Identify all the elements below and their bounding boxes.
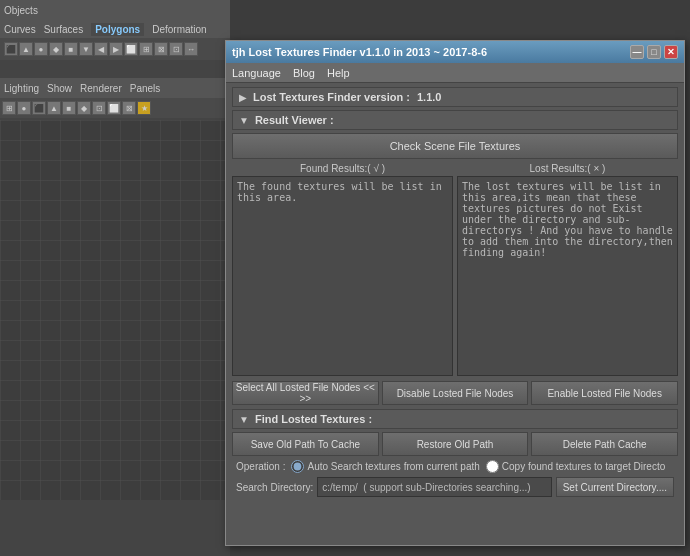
maximize-button[interactable]: □ (647, 45, 661, 59)
plugin-title: tjh Lost Textures Finder v1.1.0 in 2013 … (232, 46, 487, 58)
operation-row: Operation : Auto Search textures from cu… (232, 460, 678, 473)
plugin-window: tjh Lost Textures Finder v1.1.0 in 2013 … (225, 40, 685, 546)
auto-search-radio[interactable] (291, 460, 304, 473)
language-menu[interactable]: Language (232, 67, 281, 79)
blog-menu[interactable]: Blog (293, 67, 315, 79)
copy-found-radio[interactable] (486, 460, 499, 473)
tool-icon-11[interactable]: ⊠ (154, 42, 168, 56)
tool-icon-1[interactable]: ⬛ (4, 42, 18, 56)
lighting-menu[interactable]: Lighting (4, 83, 39, 94)
tool-icon-2[interactable]: ▲ (19, 42, 33, 56)
maya-toolbar: Objects (0, 0, 230, 20)
icon-r1[interactable]: ⊞ (2, 101, 16, 115)
icon-r9[interactable]: ⊠ (122, 101, 136, 115)
tool-icon-13[interactable]: ↔ (184, 42, 198, 56)
lost-results-label: Lost Results:( × ) (457, 163, 678, 174)
version-section-title: Lost Textures Finder version : 1.1.0 (253, 91, 441, 103)
tool-icon-7[interactable]: ◀ (94, 42, 108, 56)
objects-label: Objects (4, 5, 38, 16)
renderer-menu[interactable]: Renderer (80, 83, 122, 94)
plugin-menubar: Language Blog Help (226, 63, 684, 83)
icon-r2[interactable]: ● (17, 101, 31, 115)
disable-nodes-button[interactable]: Disable Losted File Nodes (382, 381, 529, 405)
polygons-menu[interactable]: Polygons (91, 23, 144, 36)
radio1-label: Auto Search textures from current path (307, 461, 479, 472)
plugin-titlebar: tjh Lost Textures Finder v1.1.0 in 2013 … (226, 41, 684, 63)
find-section-content: Save Old Path To Cache Restore Old Path … (232, 432, 678, 497)
result-viewer-content: Check Scene File Textures Found Results:… (232, 133, 678, 405)
maya-icon-bar: ⬛ ▲ ● ◆ ■ ▼ ◀ ▶ ⬜ ⊞ ⊠ ⊡ ↔ (0, 38, 230, 60)
tool-icon-4[interactable]: ◆ (49, 42, 63, 56)
tool-icon-3[interactable]: ● (34, 42, 48, 56)
tool-icon-12[interactable]: ⊡ (169, 42, 183, 56)
version-section-header[interactable]: ▶ Lost Textures Finder version : 1.1.0 (232, 87, 678, 107)
find-section-title: Find Losted Textures : (255, 413, 372, 425)
radio-option-1: Auto Search textures from current path (291, 460, 479, 473)
restore-old-path-button[interactable]: Restore Old Path (382, 432, 529, 456)
action-buttons-row: Select All Losted File Nodes << >> Disab… (232, 381, 678, 405)
tool-icon-5[interactable]: ■ (64, 42, 78, 56)
grid-display (0, 120, 230, 500)
lost-results-textarea[interactable] (457, 176, 678, 376)
find-arrow-icon: ▼ (239, 414, 249, 425)
save-old-path-button[interactable]: Save Old Path To Cache (232, 432, 379, 456)
icon-r6[interactable]: ◆ (77, 101, 91, 115)
icon-r4[interactable]: ▲ (47, 101, 61, 115)
find-buttons-row: Save Old Path To Cache Restore Old Path … (232, 432, 678, 456)
result-viewer-arrow-icon: ▼ (239, 115, 249, 126)
enable-nodes-button[interactable]: Enable Losted File Nodes (531, 381, 678, 405)
maya-viewport (0, 120, 230, 500)
found-results-pane: Found Results:( √ ) (232, 163, 453, 378)
icon-r7[interactable]: ⊡ (92, 101, 106, 115)
window-controls: — □ ✕ (630, 45, 678, 59)
show-menu[interactable]: Show (47, 83, 72, 94)
select-all-button[interactable]: Select All Losted File Nodes << >> (232, 381, 379, 405)
found-results-textarea[interactable] (232, 176, 453, 376)
search-directory-row: Search Directory: Set Current Directory.… (232, 477, 678, 497)
plugin-body: ▶ Lost Textures Finder version : 1.1.0 ▼… (226, 83, 684, 501)
tool-icon-6[interactable]: ▼ (79, 42, 93, 56)
icon-r5[interactable]: ■ (62, 101, 76, 115)
result-viewer-title: Result Viewer : (255, 114, 334, 126)
delete-path-cache-button[interactable]: Delete Path Cache (531, 432, 678, 456)
tool-icon-8[interactable]: ▶ (109, 42, 123, 56)
search-dir-input[interactable] (317, 477, 551, 497)
radio-option-2: Copy found textures to target Directo (486, 460, 665, 473)
radio2-label: Copy found textures to target Directo (502, 461, 665, 472)
icon-r8[interactable]: ⬜ (107, 101, 121, 115)
panels-menu[interactable]: Panels (130, 83, 161, 94)
result-viewer-section-header[interactable]: ▼ Result Viewer : (232, 110, 678, 130)
check-scene-button[interactable]: Check Scene File Textures (232, 133, 678, 159)
deformation-menu[interactable]: Deformation (152, 24, 206, 35)
operation-label: Operation : (236, 461, 285, 472)
results-labels-row: Found Results:( √ ) Lost Results:( × ) (232, 163, 678, 378)
minimize-button[interactable]: — (630, 45, 644, 59)
tool-icon-10[interactable]: ⊞ (139, 42, 153, 56)
close-button[interactable]: ✕ (664, 45, 678, 59)
maya-menu-bar: Curves Surfaces Polygons Deformation (0, 20, 230, 38)
surfaces-menu[interactable]: Surfaces (44, 24, 83, 35)
find-section-header[interactable]: ▼ Find Losted Textures : (232, 409, 678, 429)
search-dir-label: Search Directory: (236, 482, 313, 493)
found-results-label: Found Results:( √ ) (232, 163, 453, 174)
icon-r3[interactable]: ⬛ (32, 101, 46, 115)
version-arrow-icon: ▶ (239, 92, 247, 103)
set-directory-button[interactable]: Set Current Directory.... (556, 477, 674, 497)
maya-sub-menu: Lighting Show Renderer Panels (0, 78, 230, 98)
maya-icon-row-2: ⊞ ● ⬛ ▲ ■ ◆ ⊡ ⬜ ⊠ ★ (0, 98, 230, 118)
help-menu[interactable]: Help (327, 67, 350, 79)
tool-icon-9[interactable]: ⬜ (124, 42, 138, 56)
curves-menu[interactable]: Curves (4, 24, 36, 35)
lost-results-pane: Lost Results:( × ) (457, 163, 678, 378)
icon-r10[interactable]: ★ (137, 101, 151, 115)
